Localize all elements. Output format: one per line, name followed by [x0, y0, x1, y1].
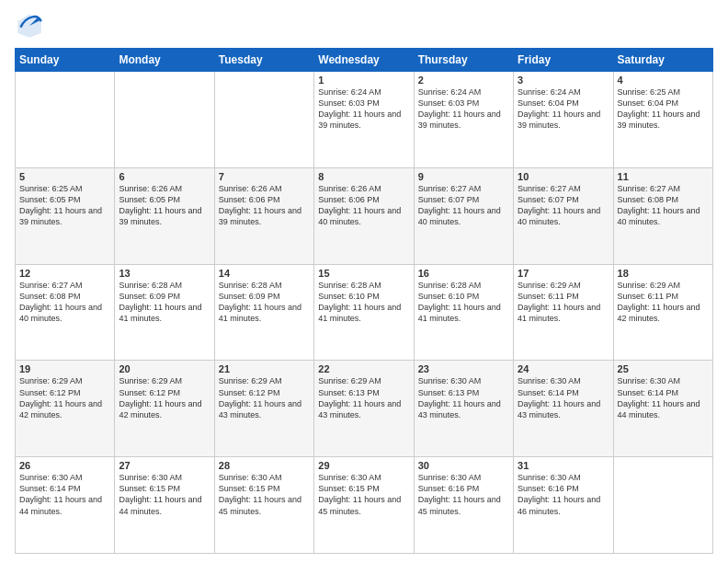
day-info: Sunrise: 6:29 AMSunset: 6:13 PMDaylight:…: [318, 375, 409, 420]
calendar-cell: 15Sunrise: 6:28 AMSunset: 6:10 PMDayligh…: [314, 264, 414, 361]
day-info: Sunrise: 6:26 AMSunset: 6:06 PMDaylight:…: [318, 183, 409, 228]
calendar-cell: 24Sunrise: 6:30 AMSunset: 6:14 PMDayligh…: [514, 361, 613, 457]
day-number: 24: [518, 363, 609, 374]
calendar-cell: 28Sunrise: 6:30 AMSunset: 6:15 PMDayligh…: [214, 457, 313, 554]
day-number: 20: [119, 363, 210, 374]
day-number: 18: [618, 268, 709, 279]
day-number: 26: [19, 460, 110, 471]
day-number: 30: [418, 460, 509, 471]
day-info: Sunrise: 6:28 AMSunset: 6:10 PMDaylight:…: [418, 280, 509, 325]
calendar-cell: 4Sunrise: 6:25 AMSunset: 6:04 PMDaylight…: [613, 72, 712, 168]
logo: [15, 11, 50, 40]
day-info: Sunrise: 6:30 AMSunset: 6:14 PMDaylight:…: [518, 375, 609, 420]
day-info: Sunrise: 6:24 AMSunset: 6:04 PMDaylight:…: [518, 86, 609, 132]
calendar-cell: 21Sunrise: 6:29 AMSunset: 6:12 PMDayligh…: [214, 361, 313, 457]
day-info: Sunrise: 6:28 AMSunset: 6:09 PMDaylight:…: [119, 280, 210, 325]
calendar-cell: 31Sunrise: 6:30 AMSunset: 6:16 PMDayligh…: [514, 457, 613, 554]
calendar-week-row: 26Sunrise: 6:30 AMSunset: 6:14 PMDayligh…: [16, 457, 713, 554]
day-number: 2: [418, 75, 509, 86]
calendar-cell: 25Sunrise: 6:30 AMSunset: 6:14 PMDayligh…: [613, 361, 712, 457]
day-info: Sunrise: 6:29 AMSunset: 6:12 PMDaylight:…: [119, 375, 210, 420]
calendar-cell: 1Sunrise: 6:24 AMSunset: 6:03 PMDaylight…: [314, 72, 414, 168]
day-number: 5: [19, 171, 110, 182]
day-info: Sunrise: 6:29 AMSunset: 6:12 PMDaylight:…: [219, 375, 310, 420]
logo-icon: [15, 11, 44, 40]
day-info: Sunrise: 6:30 AMSunset: 6:15 PMDaylight:…: [318, 472, 409, 517]
day-number: 4: [618, 75, 709, 86]
calendar-day-header: Thursday: [414, 49, 513, 72]
day-info: Sunrise: 6:28 AMSunset: 6:10 PMDaylight:…: [318, 280, 409, 325]
day-info: Sunrise: 6:26 AMSunset: 6:05 PMDaylight:…: [119, 183, 210, 228]
day-number: 9: [418, 171, 509, 182]
day-info: Sunrise: 6:27 AMSunset: 6:07 PMDaylight:…: [418, 183, 509, 228]
calendar-day-header: Tuesday: [214, 49, 313, 72]
calendar-cell: 12Sunrise: 6:27 AMSunset: 6:08 PMDayligh…: [16, 264, 115, 361]
day-number: 28: [219, 460, 310, 471]
calendar-day-header: Sunday: [16, 49, 115, 72]
day-number: 22: [318, 363, 409, 374]
calendar-cell: 8Sunrise: 6:26 AMSunset: 6:06 PMDaylight…: [314, 167, 414, 264]
calendar-week-row: 5Sunrise: 6:25 AMSunset: 6:05 PMDaylight…: [16, 167, 713, 264]
day-number: 6: [119, 171, 210, 182]
day-info: Sunrise: 6:25 AMSunset: 6:04 PMDaylight:…: [618, 86, 709, 132]
day-info: Sunrise: 6:30 AMSunset: 6:15 PMDaylight:…: [119, 472, 210, 517]
day-number: 12: [19, 268, 110, 279]
calendar-header-row: SundayMondayTuesdayWednesdayThursdayFrid…: [16, 49, 713, 72]
calendar-cell: 11Sunrise: 6:27 AMSunset: 6:08 PMDayligh…: [613, 167, 712, 264]
day-number: 11: [618, 171, 709, 182]
calendar-cell: 10Sunrise: 6:27 AMSunset: 6:07 PMDayligh…: [514, 167, 613, 264]
calendar-day-header: Wednesday: [314, 49, 414, 72]
day-info: Sunrise: 6:27 AMSunset: 6:08 PMDaylight:…: [618, 183, 709, 228]
calendar-table: SundayMondayTuesdayWednesdayThursdayFrid…: [15, 48, 713, 554]
day-info: Sunrise: 6:25 AMSunset: 6:05 PMDaylight:…: [19, 183, 110, 228]
day-number: 15: [318, 268, 409, 279]
header: [15, 11, 713, 40]
day-info: Sunrise: 6:30 AMSunset: 6:16 PMDaylight:…: [518, 472, 609, 517]
calendar-cell: 29Sunrise: 6:30 AMSunset: 6:15 PMDayligh…: [314, 457, 414, 554]
calendar-cell: 27Sunrise: 6:30 AMSunset: 6:15 PMDayligh…: [115, 457, 214, 554]
day-info: Sunrise: 6:30 AMSunset: 6:14 PMDaylight:…: [618, 375, 709, 420]
calendar-cell: 26Sunrise: 6:30 AMSunset: 6:14 PMDayligh…: [16, 457, 115, 554]
day-info: Sunrise: 6:30 AMSunset: 6:15 PMDaylight:…: [219, 472, 310, 517]
calendar-cell: 13Sunrise: 6:28 AMSunset: 6:09 PMDayligh…: [115, 264, 214, 361]
calendar-day-header: Friday: [514, 49, 613, 72]
day-number: 16: [418, 268, 509, 279]
day-number: 13: [119, 268, 210, 279]
day-info: Sunrise: 6:26 AMSunset: 6:06 PMDaylight:…: [219, 183, 310, 228]
calendar-cell: [115, 72, 214, 168]
calendar-cell: 14Sunrise: 6:28 AMSunset: 6:09 PMDayligh…: [214, 264, 313, 361]
calendar-cell: 7Sunrise: 6:26 AMSunset: 6:06 PMDaylight…: [214, 167, 313, 264]
day-number: 21: [219, 363, 310, 374]
calendar-cell: 23Sunrise: 6:30 AMSunset: 6:13 PMDayligh…: [414, 361, 513, 457]
day-info: Sunrise: 6:30 AMSunset: 6:16 PMDaylight:…: [418, 472, 509, 517]
day-info: Sunrise: 6:28 AMSunset: 6:09 PMDaylight:…: [219, 280, 310, 325]
page: SundayMondayTuesdayWednesdayThursdayFrid…: [0, 0, 728, 563]
calendar-day-header: Monday: [115, 49, 214, 72]
calendar-cell: 17Sunrise: 6:29 AMSunset: 6:11 PMDayligh…: [514, 264, 613, 361]
day-number: 31: [518, 460, 609, 471]
calendar-week-row: 1Sunrise: 6:24 AMSunset: 6:03 PMDaylight…: [16, 72, 713, 168]
day-number: 23: [418, 363, 509, 374]
day-number: 17: [518, 268, 609, 279]
day-number: 29: [318, 460, 409, 471]
day-number: 10: [518, 171, 609, 182]
day-info: Sunrise: 6:24 AMSunset: 6:03 PMDaylight:…: [418, 86, 509, 132]
day-number: 8: [318, 171, 409, 182]
calendar-cell: 6Sunrise: 6:26 AMSunset: 6:05 PMDaylight…: [115, 167, 214, 264]
day-info: Sunrise: 6:27 AMSunset: 6:08 PMDaylight:…: [19, 280, 110, 325]
calendar-cell: [214, 72, 313, 168]
day-info: Sunrise: 6:29 AMSunset: 6:11 PMDaylight:…: [618, 280, 709, 325]
calendar-cell: 18Sunrise: 6:29 AMSunset: 6:11 PMDayligh…: [613, 264, 712, 361]
day-info: Sunrise: 6:29 AMSunset: 6:11 PMDaylight:…: [518, 280, 609, 325]
calendar-cell: 22Sunrise: 6:29 AMSunset: 6:13 PMDayligh…: [314, 361, 414, 457]
day-number: 1: [318, 75, 409, 86]
day-number: 3: [518, 75, 609, 86]
day-number: 25: [618, 363, 709, 374]
calendar-cell: 30Sunrise: 6:30 AMSunset: 6:16 PMDayligh…: [414, 457, 513, 554]
day-info: Sunrise: 6:30 AMSunset: 6:14 PMDaylight:…: [19, 472, 110, 517]
day-info: Sunrise: 6:27 AMSunset: 6:07 PMDaylight:…: [518, 183, 609, 228]
calendar-cell: 19Sunrise: 6:29 AMSunset: 6:12 PMDayligh…: [16, 361, 115, 457]
calendar-cell: 3Sunrise: 6:24 AMSunset: 6:04 PMDaylight…: [514, 72, 613, 168]
calendar-cell: 2Sunrise: 6:24 AMSunset: 6:03 PMDaylight…: [414, 72, 513, 168]
calendar-cell: 16Sunrise: 6:28 AMSunset: 6:10 PMDayligh…: [414, 264, 513, 361]
